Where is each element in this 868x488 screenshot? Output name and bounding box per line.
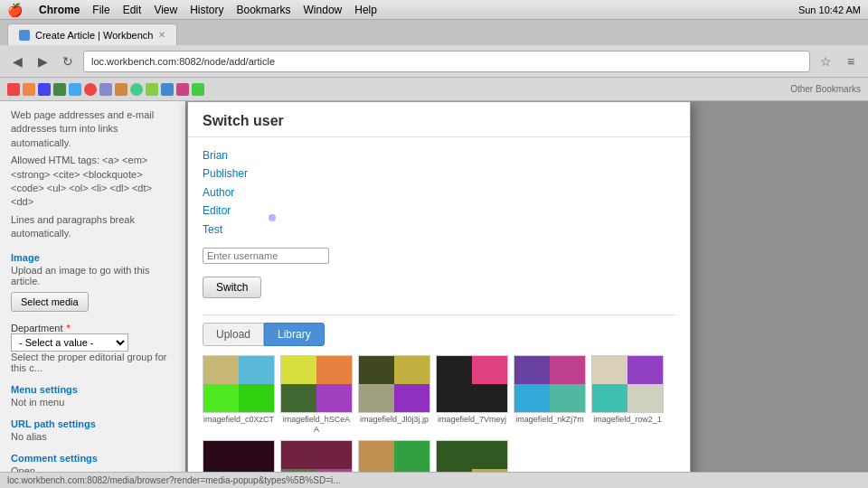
image-thumbnail — [280, 355, 353, 413]
tab-library[interactable]: Library — [264, 323, 325, 346]
department-select[interactable]: - Select a value - — [11, 333, 128, 352]
user-link-publisher[interactable]: Publisher — [203, 164, 675, 183]
image-item[interactable]: imagefield_Jl0j3j.jp — [358, 355, 430, 435]
bookmark-icon-8[interactable] — [115, 83, 127, 96]
image-item[interactable]: imagefield_nkZj7m — [514, 355, 586, 435]
other-bookmarks-label[interactable]: Other Bookmarks — [790, 84, 861, 94]
image-section: Image Upload an image to go with this ar… — [11, 252, 175, 312]
image-thumbnail — [436, 355, 508, 413]
status-bar: loc.workbench.com:8082/media/browser?ren… — [0, 472, 868, 488]
select-media-button[interactable]: Select media — [11, 292, 89, 312]
bookmark-icon-9[interactable] — [130, 83, 143, 96]
modal-divider — [203, 314, 675, 315]
active-tab[interactable]: Create Article | Workbench ✕ — [7, 23, 177, 45]
image-grid: imagefield_c0XzCTimagefield_hSCeAAimagef… — [203, 355, 675, 472]
bookmark-icon-10[interactable] — [146, 83, 158, 96]
image-item[interactable]: imagefield_hSCeAA — [280, 355, 353, 435]
image-thumbnail — [591, 355, 664, 413]
switch-button[interactable]: Switch — [203, 277, 261, 298]
tab-favicon — [19, 30, 30, 41]
menu-view[interactable]: View — [154, 4, 177, 16]
image-item[interactable]: imagefield_7Vmeyj — [436, 355, 508, 435]
settings-button[interactable]: ≡ — [841, 52, 861, 71]
bookmark-star-button[interactable]: ☆ — [816, 52, 835, 71]
bookmark-icon-6[interactable] — [84, 83, 97, 96]
menu-settings-value: Not in menu — [11, 397, 175, 408]
menu-help[interactable]: Help — [354, 4, 377, 16]
apple-menu[interactable]: 🍎 — [7, 3, 23, 17]
tab-close-button[interactable]: ✕ — [158, 30, 165, 40]
menu-edit[interactable]: Edit — [123, 4, 142, 16]
user-link-test[interactable]: Test — [203, 221, 675, 239]
reload-button[interactable]: ↻ — [58, 52, 78, 71]
comment-label[interactable]: Comment settings — [11, 453, 175, 464]
image-item[interactable]: imagefield_row2_5 — [436, 440, 508, 472]
image-filename: imagefield_row2_1 — [591, 415, 664, 425]
chrome-toolbar: ◀ ▶ ↻ loc.workbench.com:8082/node/add/ar… — [0, 45, 868, 78]
image-item[interactable]: imagefield_row2_3 — [280, 440, 353, 472]
username-row — [203, 248, 675, 264]
department-label: Department — [11, 323, 62, 333]
bookmark-icons — [7, 83, 204, 96]
user-link-author[interactable]: Author — [203, 183, 675, 202]
menu-settings-label[interactable]: Menu settings — [11, 384, 175, 395]
user-list: Brian Publisher Author Editor Test — [203, 146, 675, 239]
bookmarks-bar: Other Bookmarks — [0, 78, 868, 101]
modal-tabs: Upload Library — [203, 323, 675, 346]
menu-history[interactable]: History — [190, 4, 223, 16]
hint-line-2: Allowed HTML tags: <a> <em> <strong> <ci… — [11, 154, 175, 210]
tab-upload[interactable]: Upload — [203, 323, 264, 346]
back-button[interactable]: ◀ — [7, 52, 27, 71]
url-path-value: No alias — [11, 431, 175, 442]
user-link-brian[interactable]: Brian — [203, 146, 675, 164]
image-thumbnail — [203, 440, 275, 472]
forward-button[interactable]: ▶ — [33, 52, 52, 71]
user-link-editor[interactable]: Editor — [203, 202, 675, 220]
menu-chrome[interactable]: Chrome — [39, 4, 80, 16]
address-text: loc.workbench.com:8082/node/add/article — [91, 56, 275, 67]
image-filename: imagefield_7Vmeyj — [436, 415, 508, 425]
hint-line-1: Web page addresses and e-mail addresses … — [11, 108, 175, 150]
modal-body: Brian Publisher Author Editor Test Switc… — [188, 137, 690, 472]
modal-title: Switch user — [188, 102, 690, 137]
department-required: * — [66, 323, 70, 333]
username-input[interactable] — [203, 248, 329, 264]
menu-window[interactable]: Window — [304, 4, 343, 16]
image-desc: Upload an image to go with this article. — [11, 265, 175, 286]
bookmark-icon-13[interactable] — [192, 83, 204, 96]
clock: Sun 10:42 AM — [798, 5, 861, 15]
image-item[interactable]: imagefield_row2_2 — [203, 440, 275, 472]
dept-desc: Select the proper editorial group for th… — [11, 352, 175, 373]
image-item[interactable]: imagefield_c0XzCT — [203, 355, 275, 435]
bookmark-icon-5[interactable] — [69, 83, 81, 96]
image-item[interactable]: imagefield_row2_1 — [591, 355, 664, 435]
page-content: Web page addresses and e-mail addresses … — [0, 101, 868, 472]
image-thumbnail — [514, 355, 586, 413]
chrome-tabbar: Create Article | Workbench ✕ — [0, 20, 868, 45]
menu-file[interactable]: File — [92, 4, 109, 16]
sidebar-content: Web page addresses and e-mail addresses … — [0, 101, 185, 472]
bookmark-icon-2[interactable] — [23, 83, 35, 96]
image-thumbnail — [280, 440, 353, 472]
tab-title: Create Article | Workbench — [35, 30, 153, 41]
department-section: Department * - Select a value - Select t… — [11, 323, 175, 373]
image-label: Image — [11, 252, 175, 263]
bookmark-icon-4[interactable] — [53, 83, 66, 96]
image-item[interactable]: imagefield_row2_4 — [358, 440, 430, 472]
menu-bookmarks[interactable]: Bookmarks — [237, 4, 291, 16]
hint-line-3: Lines and paragraphs break automatically… — [11, 213, 175, 241]
bookmark-icon-12[interactable] — [176, 83, 189, 96]
url-path-label[interactable]: URL path settings — [11, 418, 175, 429]
image-filename: imagefield_c0XzCT — [203, 415, 275, 425]
bookmark-icon-7[interactable] — [99, 83, 112, 96]
address-bar[interactable]: loc.workbench.com:8082/node/add/article — [83, 51, 810, 72]
image-thumbnail — [203, 355, 275, 413]
mac-menubar: 🍎 Chrome File Edit View History Bookmark… — [0, 0, 868, 20]
comment-section: Comment settings Open — [11, 453, 175, 472]
image-thumbnail — [436, 440, 508, 472]
image-filename: imagefield_nkZj7m — [514, 415, 586, 425]
bookmark-icon-3[interactable] — [38, 83, 51, 96]
bookmark-icon-11[interactable] — [161, 83, 174, 96]
image-filename: imagefield_hSCeAA — [280, 415, 353, 435]
bookmark-icon-1[interactable] — [7, 83, 20, 96]
